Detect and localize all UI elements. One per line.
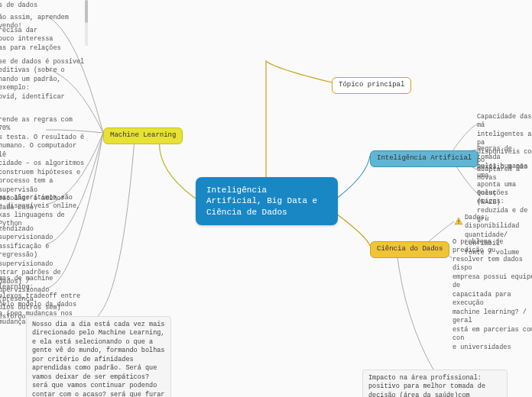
scrollbar-thumb[interactable] [85, 0, 88, 23]
node-topico-principal[interactable]: Tópico principal [332, 77, 411, 94]
node-ciencia-dados[interactable]: Ciência do Dados [370, 241, 449, 258]
leaf-text: s de dados [0, 2, 90, 10]
label: Ciência do Dados [377, 245, 443, 253]
note-machine-learning[interactable]: Nosso dia a dia está cada vez mais direc… [26, 316, 171, 397]
mindmap-canvas[interactable]: Inteligência Artificial, Big Data e Ciên… [0, 0, 532, 397]
note-text: Nosso dia a dia está cada vez mais direc… [32, 321, 164, 397]
label: Machine Learning [110, 131, 176, 139]
node-machine-learning[interactable]: Machine Learning [103, 127, 183, 144]
node-inteligencia-artificial[interactable]: Inteligência Artificial [370, 150, 478, 167]
svg-rect-1 [459, 223, 459, 224]
label: Tópico principal [339, 81, 404, 89]
central-topic-text: Inteligência Artificial, Big Data e Ciên… [206, 186, 317, 217]
note-ciencia-dados[interactable]: Impacto na área profissional: positivo p… [362, 370, 508, 397]
central-topic[interactable]: Inteligência Artificial, Big Data e Ciên… [196, 177, 338, 225]
scrollbar[interactable] [85, 0, 88, 46]
note-text: Impacto na área profissional: positivo p… [368, 374, 485, 397]
leaf-text: se de dados é possível editivas (sobre o… [0, 58, 90, 102]
leaf-text: recisa dar ouco interessa as para relaçõ… [0, 27, 90, 53]
leaf-text: mas algorítimos são e disponíveis online… [0, 194, 86, 229]
svg-rect-0 [459, 220, 459, 222]
label: Inteligência Artificial [377, 154, 472, 162]
leaf-text: O problema de predição qu resolver tem d… [453, 238, 532, 352]
warning-icon [454, 217, 463, 226]
